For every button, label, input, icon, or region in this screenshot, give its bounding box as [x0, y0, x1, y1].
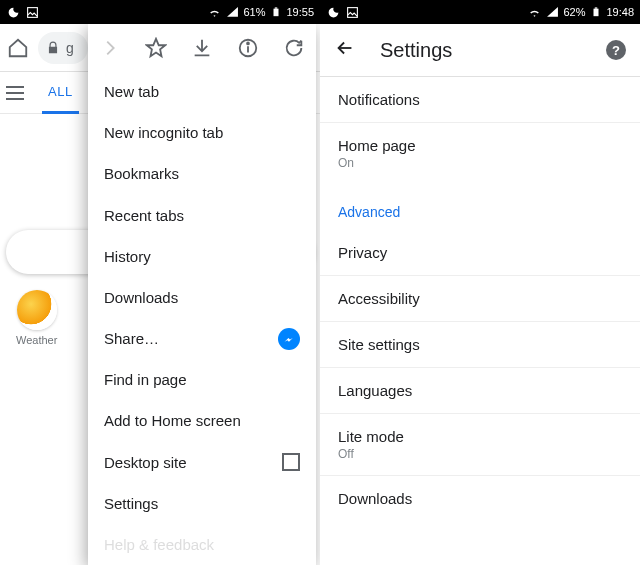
overflow-menu: New tab New incognito tab Bookmarks Rece…	[88, 24, 316, 565]
menu-item-help[interactable]: Help & feedback	[88, 524, 316, 565]
lock-icon	[46, 41, 60, 55]
weather-label: Weather	[16, 334, 57, 346]
svg-point-5	[247, 42, 249, 44]
image-icon	[25, 5, 40, 20]
menu-item-share[interactable]: Share…	[88, 318, 316, 359]
menu-item-new-incognito[interactable]: New incognito tab	[88, 112, 316, 153]
setting-notifications[interactable]: Notifications	[320, 77, 640, 122]
setting-languages[interactable]: Languages	[320, 367, 640, 413]
setting-lite-mode[interactable]: Lite mode Off	[320, 413, 640, 475]
svg-rect-0	[28, 7, 38, 17]
setting-downloads[interactable]: Downloads	[320, 475, 640, 521]
battery-pct: 62%	[563, 6, 585, 18]
status-bar: 62% 19:48	[320, 0, 640, 24]
page-title: Settings	[380, 39, 582, 62]
wifi-icon	[527, 5, 542, 20]
menu-item-new-tab[interactable]: New tab	[88, 71, 316, 112]
setting-site-settings[interactable]: Site settings	[320, 321, 640, 367]
wifi-icon	[207, 5, 222, 20]
menu-item-add-home[interactable]: Add to Home screen	[88, 400, 316, 441]
battery-icon	[268, 5, 283, 20]
home-icon[interactable]	[6, 36, 30, 60]
info-icon[interactable]	[236, 36, 260, 60]
settings-appbar: Settings ?	[320, 24, 640, 76]
menu-item-bookmarks[interactable]: Bookmarks	[88, 153, 316, 194]
image-icon	[345, 5, 360, 20]
setting-homepage[interactable]: Home page On	[320, 122, 640, 184]
forward-icon[interactable]	[98, 36, 122, 60]
url-hint: g	[66, 40, 74, 56]
moon-icon	[6, 5, 21, 20]
download-icon[interactable]	[190, 36, 214, 60]
weather-icon	[17, 290, 57, 330]
menu-item-find[interactable]: Find in page	[88, 359, 316, 400]
section-advanced: Advanced	[320, 184, 640, 230]
clock-time: 19:48	[606, 6, 634, 18]
menu-item-downloads[interactable]: Downloads	[88, 277, 316, 318]
svg-rect-2	[275, 7, 278, 8]
menu-toolbar	[88, 24, 316, 71]
menu-item-recent-tabs[interactable]: Recent tabs	[88, 195, 316, 236]
hamburger-icon[interactable]	[6, 86, 24, 100]
clock-time: 19:55	[286, 6, 314, 18]
messenger-icon	[278, 328, 300, 350]
svg-rect-8	[595, 7, 598, 8]
setting-privacy[interactable]: Privacy	[320, 230, 640, 275]
star-icon[interactable]	[144, 36, 168, 60]
menu-item-history[interactable]: History	[88, 236, 316, 277]
battery-icon	[588, 5, 603, 20]
back-icon[interactable]	[334, 37, 356, 63]
menu-item-settings[interactable]: Settings	[88, 483, 316, 524]
battery-pct: 61%	[243, 6, 265, 18]
url-bar[interactable]: g	[38, 32, 88, 64]
weather-tile[interactable]: Weather	[16, 290, 57, 346]
svg-rect-7	[593, 9, 598, 17]
menu-item-desktop-site[interactable]: Desktop site	[88, 441, 316, 482]
svg-rect-6	[348, 7, 358, 17]
moon-icon	[326, 5, 341, 20]
reload-icon[interactable]	[282, 36, 306, 60]
phone-left: 61% 19:55 g ALL Weather	[0, 0, 320, 565]
svg-rect-1	[273, 9, 278, 17]
status-bar: 61% 19:55	[0, 0, 320, 24]
setting-accessibility[interactable]: Accessibility	[320, 275, 640, 321]
checkbox-icon[interactable]	[282, 453, 300, 471]
signal-icon	[225, 5, 240, 20]
signal-icon	[545, 5, 560, 20]
help-icon[interactable]: ?	[606, 40, 626, 60]
phone-right: 62% 19:48 Settings ? Notifications Home …	[320, 0, 640, 565]
tab-all[interactable]: ALL	[42, 72, 79, 114]
